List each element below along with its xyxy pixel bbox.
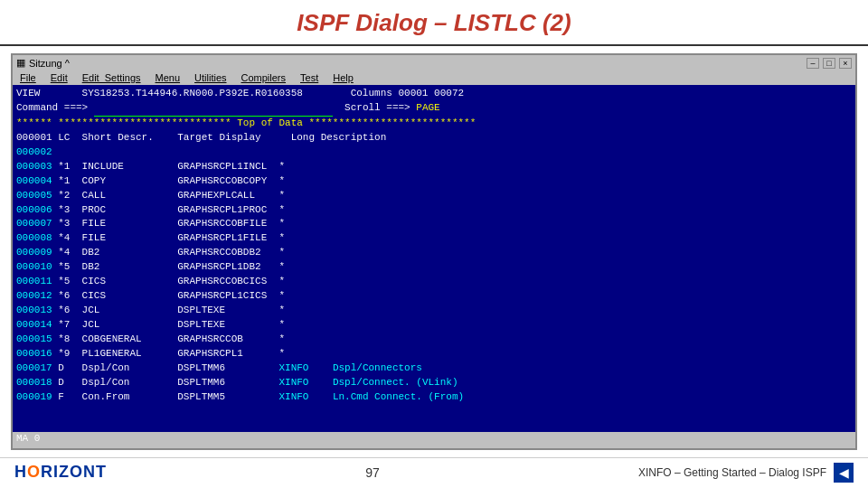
menu-help[interactable]: Help <box>333 72 354 83</box>
footer-right: XINFO – Getting Started – Dialog ISPF ◀ <box>638 463 854 483</box>
ispf-window: ▦ Sitzung ^ – □ × File Edit Edit_Setting… <box>11 53 857 450</box>
window-title-text: Sitzung ^ <box>29 58 70 69</box>
table-row: 000017 D Dspl/Con DSPLTMM6 XINFO Dspl/Co… <box>16 361 852 376</box>
table-header-line: 000001 LC Short Descr. Target Display Lo… <box>16 131 852 145</box>
close-button[interactable]: × <box>839 58 852 69</box>
menu-edit[interactable]: Edit <box>51 72 68 83</box>
table-row: 000005 *2 CALL GRAPHEXPLCALL * <box>16 189 852 203</box>
footer: HORIZONT 97 XINFO – Getting Started – Di… <box>0 457 868 486</box>
window-title-left: ▦ Sitzung ^ <box>16 57 70 69</box>
logo-text: HORIZONT <box>14 463 107 481</box>
menu-compilers[interactable]: Compilers <box>241 72 287 83</box>
footer-logo: HORIZONT <box>14 463 107 482</box>
table-row: 000015 *8 COBGENERAL GRAPHSRCCOB * <box>16 333 852 347</box>
table-row: 000012 *6 CICS GRAPHSRCPL1CICS * <box>16 289 852 304</box>
table-row: 000019 F Con.From DSPLTMM5 XINFO Ln.Cmd … <box>16 390 852 405</box>
table-row: 000013 *6 JCL DSPLTEXE * <box>16 304 852 318</box>
table-row: 000016 *9 PL1GENERAL GRAPHSRCPL1 * <box>16 347 852 361</box>
menu-menu[interactable]: Menu <box>156 72 181 83</box>
command-line[interactable]: Command ===> Scroll ===> PAGE <box>16 101 852 117</box>
title-heading: ISPF Dialog – LISTLC (2) <box>0 9 868 37</box>
top-of-data-line: ****** ***************************** Top… <box>16 117 852 131</box>
maximize-button[interactable]: □ <box>823 58 835 69</box>
slide-title: ISPF Dialog – LISTLC (2) <box>0 0 868 46</box>
table-row: 000007 *3 FILE GRAPHSRCCOBFILE * <box>16 217 852 231</box>
window-icon: ▦ <box>16 57 25 69</box>
menu-test[interactable]: Test <box>300 72 318 83</box>
table-row: 000004 *1 COPY GRAPHSRCCOBCOPY * <box>16 174 852 189</box>
menu-edit-settings[interactable]: Edit_Settings <box>82 72 141 83</box>
table-row: 000011 *5 CICS GRAPHSRCCOBCICS * <box>16 275 852 289</box>
minimize-button[interactable]: – <box>807 58 819 69</box>
footer-right-text: XINFO – Getting Started – Dialog ISPF <box>638 466 826 479</box>
main-content: ▦ Sitzung ^ – □ × File Edit Edit_Setting… <box>0 46 868 457</box>
previous-slide-button[interactable]: ◀ <box>834 463 854 483</box>
table-row: 000008 *4 FILE GRAPHSRCPL1FILE * <box>16 231 852 246</box>
menu-utilities[interactable]: Utilities <box>194 72 226 83</box>
window-titlebar: ▦ Sitzung ^ – □ × <box>13 55 855 70</box>
table-row: 000014 *7 JCL DSPLTEXE * <box>16 318 852 333</box>
table-row: 000009 *4 DB2 GRAPHSRCCOBDB2 * <box>16 246 852 260</box>
menu-file[interactable]: File <box>20 72 36 83</box>
ispf-content: VIEW SYS18253.T144946.RN000.P392E.R01603… <box>13 85 855 432</box>
table-row: 000010 *5 DB2 GRAPHSRCPL1DB2 * <box>16 260 852 275</box>
table-row: 000018 D Dspl/Con DSPLTMM6 XINFO Dspl/Co… <box>16 376 852 390</box>
table-row: 000002 <box>16 145 852 160</box>
view-line: VIEW SYS18253.T144946.RN000.P392E.R01603… <box>16 87 852 101</box>
menu-bar: File Edit Edit_Settings Menu Utilities C… <box>13 70 855 85</box>
footer-page-number: 97 <box>365 465 380 480</box>
table-row: 000003 *1 INCLUDE GRAPHSRCPL1INCL * <box>16 160 852 174</box>
table-row: 000006 *3 PROC GRAPHSRCPL1PROC * <box>16 203 852 218</box>
window-controls[interactable]: – □ × <box>807 58 852 69</box>
ispf-statusbar: MA 0 <box>13 432 855 448</box>
